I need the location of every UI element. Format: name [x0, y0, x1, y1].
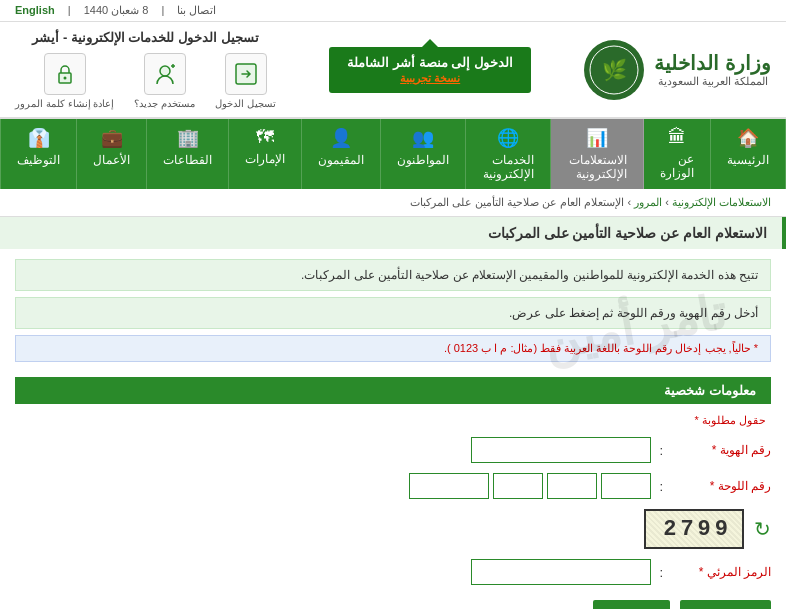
nav-about-label: عن الوزارة	[660, 152, 694, 180]
breadcrumb-current: الإستعلام العام عن صلاحية التأمين على ال…	[410, 196, 624, 208]
nav-home[interactable]: 🏠 الرئيسية	[711, 119, 786, 189]
captcha-value: 2799	[663, 517, 732, 542]
date-label: 8 شعبان 1440	[84, 4, 149, 16]
breadcrumb: الاستعلامات الإلكترونية › المرور › الإست…	[0, 189, 786, 217]
logo-title: وزارة الداخلية	[654, 51, 771, 75]
separator2: |	[158, 4, 164, 16]
breadcrumb-link-1[interactable]: المرور	[634, 196, 662, 208]
contact-label[interactable]: اتصال بنا	[177, 4, 216, 16]
nav-jobs-label: التوظيف	[17, 153, 60, 167]
register-title: تسجيل الدخول للخدمات الإلكترونية - أيشر	[15, 30, 276, 45]
plate-label: رقم اللوحة *	[671, 479, 771, 493]
forgot-password-button[interactable]: إعادة إنشاء كلمة المرور	[15, 53, 114, 109]
plate-form-row: رقم اللوحة * :	[15, 473, 771, 499]
nav-business[interactable]: 💼 الأعمال	[77, 119, 147, 189]
residents-icon: 👤	[330, 127, 352, 149]
center-banner: الدخول إلى منصة أشر الشاملة نسخة تجريبية	[329, 47, 530, 93]
eservices-icon: 🌐	[497, 127, 519, 149]
header-icons: تسجيل الدخول مستخدم جديد؟ إعادة إنشاء كل…	[15, 53, 276, 109]
top-bar-left: English | اتصال بنا | 8 شعبان 1440	[10, 4, 222, 17]
header-right: وزارة الداخلية المملكة العربية السعودية …	[584, 40, 771, 100]
svg-point-7	[63, 77, 66, 80]
new-user-button[interactable]: مستخدم جديد؟	[134, 53, 195, 109]
emirates-icon: 🗺	[256, 127, 274, 148]
nav-business-label: الأعمال	[93, 153, 130, 167]
business-icon: 💼	[101, 127, 123, 149]
plate-colon: :	[659, 479, 663, 494]
header-left: تسجيل الدخول للخدمات الإلكترونية - أيشر …	[15, 30, 276, 109]
captcha-row: ↻ 2799	[15, 509, 771, 549]
description-text: تتيح هذه الخدمة الإلكترونية للمواطنين وا…	[15, 259, 771, 291]
info-text: أدخل رقم الهوية ورقم اللوحة ثم إضغط على …	[15, 297, 771, 329]
nav-sectors-label: القطاعات	[163, 153, 212, 167]
nav-jobs[interactable]: 👔 التوظيف	[0, 119, 77, 189]
warning-text: * حالياً, يجب إدخال رقم اللوحة باللغة ال…	[15, 335, 771, 362]
nav-home-label: الرئيسية	[727, 153, 769, 167]
sectors-icon: 🏢	[177, 127, 199, 149]
plate-input-c[interactable]	[493, 473, 543, 499]
nav-residents[interactable]: 👤 المقيمون	[302, 119, 381, 189]
about-icon: 🏛	[668, 127, 686, 148]
plate-group	[409, 473, 651, 499]
main-content: الاستعلام العام عن صلاحية التأمين على ال…	[0, 217, 786, 609]
citizens-icon: 👥	[412, 127, 434, 149]
logo-text: وزارة الداخلية المملكة العربية السعودية	[654, 51, 771, 88]
login-button[interactable]: تسجيل الدخول	[215, 53, 276, 109]
nav-bar: 🏠 الرئيسية 🏛 عن الوزارة 📊 الاستعلامات ال…	[0, 119, 786, 189]
nav-einquiries[interactable]: 📊 الاستعلامات الإلكترونية	[551, 119, 644, 189]
nav-citizens-label: المواطنون	[397, 153, 449, 167]
home-icon: 🏠	[737, 127, 759, 149]
id-input[interactable]	[471, 437, 651, 463]
button-row: عرض مسح	[15, 600, 771, 609]
id-label: رقم الهوية *	[671, 443, 771, 457]
captcha-colon: :	[659, 565, 663, 580]
top-bar: English | اتصال بنا | 8 شعبان 1440	[0, 0, 786, 22]
page-title: الاستعلام العام عن صلاحية التأمين على ال…	[0, 217, 786, 249]
forgot-password-label: إعادة إنشاء كلمة المرور	[15, 98, 114, 109]
breadcrumb-sep2: ›	[624, 196, 631, 208]
id-colon: :	[659, 443, 663, 458]
plate-input-a[interactable]	[601, 473, 651, 499]
clear-button[interactable]: مسح	[593, 600, 670, 609]
header: وزارة الداخلية المملكة العربية السعودية …	[0, 22, 786, 117]
plate-input-b[interactable]	[547, 473, 597, 499]
id-form-row: رقم الهوية * :	[15, 437, 771, 463]
forgot-password-icon	[44, 53, 86, 95]
nav-emirates[interactable]: 🗺 الإمارات	[229, 119, 302, 189]
einquiries-icon: 📊	[586, 127, 608, 149]
section-title: معلومات شخصية	[15, 377, 771, 404]
captcha-input[interactable]	[471, 559, 651, 585]
banner-trial-text: نسخة تجريبية	[400, 72, 460, 84]
svg-text:🌿: 🌿	[602, 58, 627, 82]
captcha-label: الرمز المرئي *	[671, 565, 771, 579]
jobs-icon: 👔	[28, 127, 50, 149]
banner-main-text: الدخول إلى منصة أشر الشاملة	[347, 55, 512, 70]
new-user-icon	[144, 53, 186, 95]
nav-eservices-label: الخدمات الإلكترونية	[482, 153, 534, 181]
nav-einquiries-label: الاستعلامات الإلكترونية	[567, 153, 627, 181]
refresh-captcha-button[interactable]: ↻	[754, 517, 771, 541]
captcha-input-row: الرمز المرئي * :	[15, 559, 771, 585]
nav-about[interactable]: 🏛 عن الوزارة	[644, 119, 711, 189]
header-wrapper: وزارة الداخلية المملكة العربية السعودية …	[0, 22, 786, 119]
nav-residents-label: المقيمون	[318, 153, 364, 167]
breadcrumb-sep1: ›	[662, 196, 669, 208]
separator1: |	[68, 4, 74, 16]
plate-input-num[interactable]	[409, 473, 489, 499]
english-link[interactable]: English	[15, 4, 55, 16]
nav-sectors[interactable]: 🏢 القطاعات	[147, 119, 229, 189]
login-label: تسجيل الدخول	[215, 98, 276, 109]
login-icon	[225, 53, 267, 95]
breadcrumb-link-0[interactable]: الاستعلامات الإلكترونية	[672, 196, 771, 208]
captcha-image: 2799	[644, 509, 744, 549]
svg-point-3	[160, 66, 170, 76]
logo-emblem: 🌿	[584, 40, 644, 100]
nav-eservices[interactable]: 🌐 الخدمات الإلكترونية	[466, 119, 551, 189]
logo-subtitle: المملكة العربية السعودية	[654, 75, 771, 88]
nav-citizens[interactable]: 👥 المواطنون	[381, 119, 466, 189]
content-area: تامر أمين تتيح هذه الخدمة الإلكترونية لل…	[0, 249, 786, 609]
nav-emirates-label: الإمارات	[245, 152, 285, 166]
new-user-label: مستخدم جديد؟	[134, 98, 195, 109]
required-note: حقول مطلوبة *	[15, 414, 771, 427]
display-button[interactable]: عرض	[680, 600, 771, 609]
